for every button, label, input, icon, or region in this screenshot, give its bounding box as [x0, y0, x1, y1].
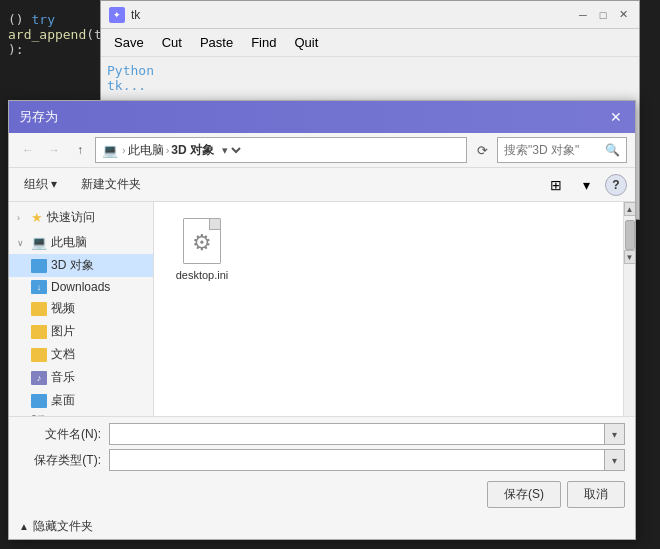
- folder-video-icon: [31, 302, 47, 316]
- scrollbar: ▲ ▼: [623, 202, 635, 416]
- file-page-icon: ⚙: [183, 218, 221, 264]
- tk-menu-cut[interactable]: Cut: [153, 31, 191, 54]
- tk-menu-save[interactable]: Save: [105, 31, 153, 54]
- tk-icon: ✦: [109, 7, 125, 23]
- dialog-title: 另存为: [19, 108, 58, 126]
- folder-music-icon: ♪: [31, 371, 47, 385]
- sidebar-item-documents[interactable]: 文档: [9, 343, 153, 366]
- help-btn[interactable]: ?: [605, 174, 627, 196]
- sidebar-section-quick-access: › ★ 快速访问: [9, 206, 153, 229]
- sidebar-item-downloads[interactable]: ↓ Downloads: [9, 277, 153, 297]
- breadcrumb-sep2: ›: [166, 144, 170, 156]
- filename-dropdown[interactable]: ▾: [605, 423, 625, 445]
- folder-downloads-icon: ↓: [31, 280, 47, 294]
- footer-buttons: 保存(S) 取消: [19, 475, 625, 508]
- sidebar-item-label: 3D 对象: [51, 257, 94, 274]
- tk-maximize-btn[interactable]: □: [595, 7, 611, 23]
- tk-content: Python tk...: [101, 57, 639, 99]
- sidebar-item-label: 桌面: [51, 392, 75, 409]
- search-icon: 🔍: [605, 143, 620, 157]
- sidebar-item-pictures[interactable]: 图片: [9, 320, 153, 343]
- cancel-button[interactable]: 取消: [567, 481, 625, 508]
- folder-pictures-icon: [31, 325, 47, 339]
- tk-close-btn[interactable]: ✕: [615, 7, 631, 23]
- file-name-label: desktop.ini: [176, 269, 229, 281]
- filetype-row: 保存类型(T): ▾: [19, 449, 625, 471]
- computer-icon: 💻: [102, 143, 118, 158]
- filetype-dropdown[interactable]: ▾: [605, 449, 625, 471]
- folder-docs-icon: [31, 348, 47, 362]
- sidebar-item-label: Downloads: [51, 280, 110, 294]
- tk-win-controls: ─ □ ✕: [575, 7, 631, 23]
- sidebar-section-this-pc: ∨ 💻 此电脑 3D 对象 ↓ Downloads 视频: [9, 231, 153, 416]
- breadcrumb-pc: 此电脑: [128, 142, 164, 159]
- address-bar: 💻 › 此电脑 › 3D 对象 ▾: [95, 137, 467, 163]
- filename-label: 文件名(N):: [19, 426, 109, 443]
- filetype-label: 保存类型(T):: [19, 452, 109, 469]
- filename-input[interactable]: [109, 423, 605, 445]
- file-gear-icon: ⚙: [192, 230, 212, 256]
- filename-row: 文件名(N): ▾: [19, 423, 625, 445]
- folder-desktop-icon: [31, 394, 47, 408]
- file-icon-container: ⚙: [178, 217, 226, 265]
- sidebar-item-video[interactable]: 视频: [9, 297, 153, 320]
- search-bar: 🔍: [497, 137, 627, 163]
- file-item-desktop-ini[interactable]: ⚙ desktop.ini: [162, 210, 242, 288]
- dialog-footer: 文件名(N): ▾ 保存类型(T): ▾ 保存(S) 取消: [9, 416, 635, 514]
- tk-title-text: tk: [131, 8, 140, 22]
- this-pc-label: 此电脑: [51, 234, 87, 251]
- breadcrumb: › 此电脑 › 3D 对象: [122, 142, 214, 159]
- scrollbar-thumb[interactable]: [625, 220, 635, 250]
- view-dropdown-btn[interactable]: ▾: [575, 174, 597, 196]
- tk-minimize-btn[interactable]: ─: [575, 7, 591, 23]
- dialog-titlebar: 另存为 ✕: [9, 101, 635, 133]
- quick-access-icon: ★: [31, 210, 43, 225]
- tk-menu-paste[interactable]: Paste: [191, 31, 242, 54]
- save-button[interactable]: 保存(S): [487, 481, 561, 508]
- tk-content-line1: Python: [107, 63, 633, 78]
- quick-access-label: 快速访问: [47, 209, 95, 226]
- hide-folders-label: 隐藏文件夹: [33, 518, 93, 535]
- sidebar-item-label: 音乐: [51, 369, 75, 386]
- dialog-body: › ★ 快速访问 ∨ 💻 此电脑 3D 对象: [9, 202, 635, 416]
- breadcrumb-current: 3D 对象: [171, 142, 214, 159]
- sidebar-item-label: 文档: [51, 346, 75, 363]
- nav-forward-btn[interactable]: →: [43, 139, 65, 161]
- refresh-btn[interactable]: ⟳: [471, 139, 493, 161]
- filetype-input[interactable]: [109, 449, 605, 471]
- breadcrumb-sep1: ›: [122, 144, 126, 156]
- save-as-dialog: 另存为 ✕ ← → ↑ 💻 › 此电脑 › 3D 对象 ▾ ⟳ 🔍 组织 ▾ 新: [8, 100, 636, 540]
- tk-menubar: Save Cut Paste Find Quit: [101, 29, 639, 57]
- sidebar-item-3d-objects[interactable]: 3D 对象: [9, 254, 153, 277]
- tk-content-line2: tk...: [107, 78, 633, 93]
- scrollbar-up-btn[interactable]: ▲: [624, 202, 636, 216]
- sidebar-item-music[interactable]: ♪ 音乐: [9, 366, 153, 389]
- dialog-action-toolbar: 组织 ▾ 新建文件夹 ⊞ ▾ ?: [9, 168, 635, 202]
- view-toggle-btn[interactable]: ⊞: [545, 174, 567, 196]
- nav-up-btn[interactable]: ↑: [69, 139, 91, 161]
- tk-title: ✦ tk: [109, 7, 140, 23]
- nav-back-btn[interactable]: ←: [17, 139, 39, 161]
- sidebar-group-this-pc[interactable]: ∨ 💻 此电脑: [9, 231, 153, 254]
- sidebar-item-label: 视频: [51, 300, 75, 317]
- organize-btn[interactable]: 组织 ▾: [17, 172, 64, 197]
- sidebar-item-desktop[interactable]: 桌面: [9, 389, 153, 412]
- new-folder-btn[interactable]: 新建文件夹: [72, 172, 150, 197]
- folder-3d-icon: [31, 259, 47, 273]
- tk-menu-quit[interactable]: Quit: [285, 31, 327, 54]
- sidebar-item-label: 图片: [51, 323, 75, 340]
- tk-titlebar: ✦ tk ─ □ ✕: [101, 1, 639, 29]
- search-input[interactable]: [504, 143, 601, 157]
- hide-folders-chevron-icon: ▲: [19, 521, 29, 532]
- sidebar-group-quick-access[interactable]: › ★ 快速访问: [9, 206, 153, 229]
- dialog-close-btn[interactable]: ✕: [607, 108, 625, 126]
- this-pc-icon: 💻: [31, 235, 47, 250]
- quick-access-expand-icon: ›: [17, 213, 27, 223]
- sidebar: › ★ 快速访问 ∨ 💻 此电脑 3D 对象: [9, 202, 154, 416]
- dialog-nav-toolbar: ← → ↑ 💻 › 此电脑 › 3D 对象 ▾ ⟳ 🔍: [9, 133, 635, 168]
- hide-folders-row[interactable]: ▲ 隐藏文件夹: [9, 514, 635, 539]
- tk-menu-find[interactable]: Find: [242, 31, 285, 54]
- address-dropdown[interactable]: ▾: [218, 143, 244, 157]
- file-list: ⚙ desktop.ini: [154, 202, 623, 416]
- scrollbar-down-btn[interactable]: ▼: [624, 250, 636, 264]
